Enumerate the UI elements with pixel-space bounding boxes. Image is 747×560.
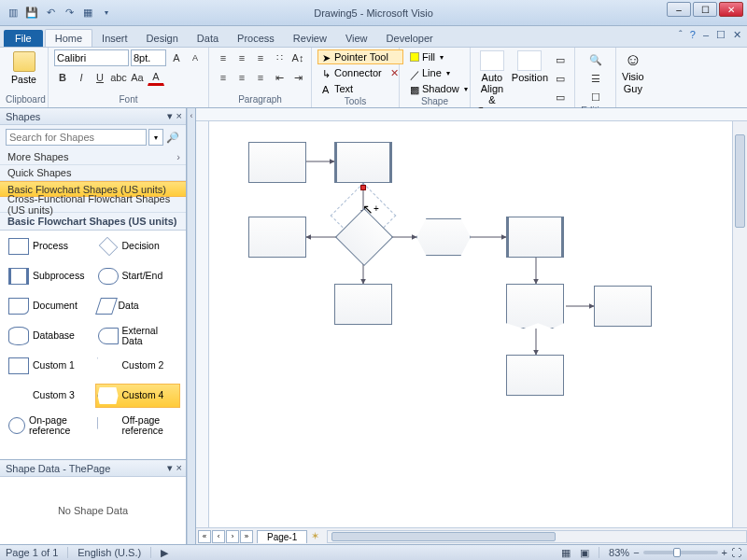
page-first-icon[interactable]: «	[198, 530, 211, 543]
zoom-in-icon[interactable]: +	[722, 547, 727, 558]
selection-handle[interactable]	[360, 185, 366, 190]
file-tab[interactable]: File	[4, 30, 43, 47]
horizontal-scrollbar[interactable]	[327, 530, 747, 543]
shadow-button[interactable]: ▩Shadow▾	[405, 81, 472, 96]
mdi-max-icon[interactable]: ☐	[716, 29, 726, 41]
shape-decision[interactable]: Decision	[95, 234, 181, 259]
close-button[interactable]: ✕	[719, 2, 743, 17]
align-right-button[interactable]: ≡	[252, 69, 269, 86]
italic-button[interactable]: I	[73, 69, 90, 86]
search-dropdown-icon[interactable]: ▾	[148, 129, 163, 146]
align-mid-button[interactable]: ≡	[233, 49, 250, 66]
select-icon[interactable]: ☐	[587, 89, 604, 105]
shrink-font-icon[interactable]: A	[187, 49, 204, 66]
macro-icon[interactable]: ▶	[161, 547, 168, 559]
auto-align-button[interactable]: Auto Align & Space	[476, 49, 508, 117]
indent-dec-button[interactable]: ⇤	[271, 69, 288, 86]
maximize-button[interactable]: ☐	[693, 2, 717, 17]
shape-start-end[interactable]: Start/End	[95, 264, 181, 288]
shape-custom2[interactable]: Custom 2	[95, 354, 181, 378]
canvas-shape[interactable]	[594, 286, 652, 327]
scroll-thumb[interactable]	[735, 134, 745, 228]
align-top-button[interactable]: ≡	[215, 49, 232, 66]
view-normal-icon[interactable]: ▦	[561, 547, 571, 559]
cat-quick-shapes[interactable]: Quick Shapes	[0, 165, 186, 181]
canvas-shape[interactable]	[248, 217, 306, 258]
font-color-button[interactable]: A	[148, 69, 164, 86]
canvas-shape[interactable]	[334, 142, 392, 183]
search-shapes-input[interactable]	[6, 129, 147, 146]
align-left-button[interactable]: ≡	[215, 69, 232, 86]
mdi-min-icon[interactable]: –	[703, 29, 709, 41]
sd-close-icon[interactable]: ×	[176, 462, 182, 474]
fill-button[interactable]: Fill▾	[405, 49, 472, 64]
font-name-select[interactable]	[54, 49, 129, 66]
search-go-icon[interactable]: 🔎	[165, 129, 180, 146]
tab-home[interactable]: Home	[45, 29, 92, 47]
tab-view[interactable]: View	[336, 30, 377, 47]
canvas-shape[interactable]	[506, 355, 564, 396]
minimize-button[interactable]: –	[667, 2, 691, 17]
align-bot-button[interactable]: ≡	[252, 49, 269, 66]
paste-button[interactable]: Paste	[6, 49, 42, 85]
pointer-tool-button[interactable]: ➤Pointer Tool	[317, 49, 403, 64]
tab-insert[interactable]: Insert	[92, 30, 137, 47]
bold-button[interactable]: B	[54, 69, 71, 86]
font-size-select[interactable]	[131, 49, 166, 66]
drawing-canvas[interactable]: ↖+	[209, 121, 732, 527]
indent-inc-button[interactable]: ⇥	[289, 69, 306, 86]
shape-external-data[interactable]: External Data	[95, 324, 181, 348]
line-button[interactable]: ／Line▾	[405, 65, 472, 80]
shape-custom4[interactable]: Custom 4	[95, 384, 181, 408]
pane-close-icon[interactable]: ×	[176, 110, 182, 122]
shape-custom3[interactable]: Custom 3	[6, 384, 92, 408]
underline-button[interactable]: U	[92, 69, 108, 86]
scroll-thumb[interactable]	[331, 532, 556, 541]
bring-front-icon[interactable]: ▭	[552, 51, 569, 68]
view-full-icon[interactable]: ▣	[580, 547, 589, 559]
minimize-ribbon-icon[interactable]: ˆ	[679, 29, 683, 41]
position-button[interactable]: Position	[512, 49, 548, 83]
canvas-shape[interactable]	[416, 218, 471, 256]
text-dir-button[interactable]: A↕	[289, 49, 306, 66]
tab-developer[interactable]: Developer	[377, 30, 443, 47]
mdi-close-icon[interactable]: ✕	[733, 29, 741, 41]
tab-process[interactable]: Process	[228, 30, 284, 47]
case-button[interactable]: Aa	[129, 69, 146, 86]
vertical-scrollbar[interactable]	[732, 121, 747, 527]
page-next-icon[interactable]: ›	[226, 530, 239, 543]
sd-menu-icon[interactable]: ▾	[167, 462, 173, 474]
status-language[interactable]: English (U.S.)	[78, 547, 141, 558]
pane-collapse-button[interactable]: ‹	[187, 108, 196, 544]
pane-menu-icon[interactable]: ▾	[167, 110, 173, 122]
new-page-icon[interactable]: ✶	[311, 530, 319, 542]
shape-subprocess[interactable]: Subprocess	[6, 264, 92, 288]
qat-dropdown-icon[interactable]: ▾	[99, 6, 114, 21]
canvas-shape[interactable]	[334, 284, 392, 325]
help-icon[interactable]: ?	[690, 29, 696, 41]
shape-offpage-ref[interactable]: Off-page reference	[95, 413, 181, 438]
tab-data[interactable]: Data	[188, 30, 228, 47]
page-prev-icon[interactable]: ‹	[212, 530, 225, 543]
send-back-icon[interactable]: ▭	[552, 70, 569, 87]
grow-font-icon[interactable]: A	[168, 49, 185, 66]
cat-more-shapes[interactable]: More Shapes	[0, 149, 186, 165]
find-icon[interactable]: 🔍	[587, 51, 604, 68]
strike-button[interactable]: abc	[110, 69, 127, 86]
shape-onpage-ref[interactable]: On-page reference	[6, 413, 92, 438]
zoom-out-icon[interactable]: −	[633, 547, 639, 558]
visio-guy-button[interactable]: ☺VisioGuy	[622, 49, 644, 94]
shape-process[interactable]: Process	[6, 234, 92, 259]
canvas-shape[interactable]	[248, 142, 306, 183]
shape-document[interactable]: Document	[6, 294, 92, 318]
bullets-button[interactable]: ∷	[271, 49, 288, 66]
x-icon[interactable]: ✕	[390, 67, 399, 79]
shape-data[interactable]: Data	[95, 294, 181, 318]
shape-custom1[interactable]: Custom 1	[6, 354, 92, 378]
shape-database[interactable]: Database	[6, 324, 92, 348]
text-tool-button[interactable]: AText	[317, 81, 403, 96]
layers-icon[interactable]: ☰	[587, 70, 604, 87]
zoom-value[interactable]: 83%	[609, 547, 629, 558]
cat-cross-functional[interactable]: Cross-Functional Flowchart Shapes (US un…	[0, 197, 186, 213]
save-icon[interactable]: 💾	[24, 6, 39, 21]
